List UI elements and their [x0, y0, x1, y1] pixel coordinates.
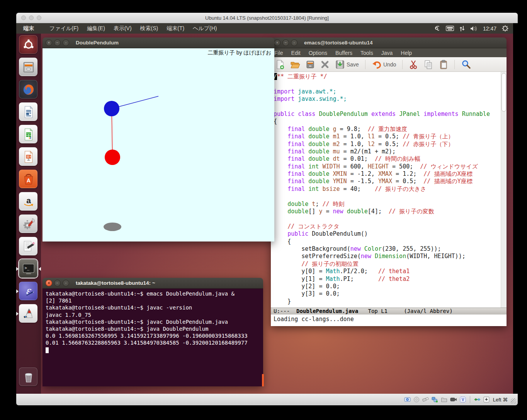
session-gear-icon[interactable] — [502, 25, 508, 32]
pendulum-titlebar[interactable]: × − ▫ DoublePendulum — [42, 37, 274, 48]
launcher-row: >_ — [16, 258, 41, 280]
vbox-statusbar: V Left ⌘ — [16, 394, 518, 405]
terminal-line: 0.01 1.5668763228865963 3.14158497038458… — [46, 339, 260, 346]
cd-icon[interactable] — [413, 396, 420, 403]
vbox-window-title: Ubuntu 14.04 LTS (snapshot20150317-1804)… — [16, 15, 518, 21]
code-line: final double YMIN = -1.5, YMAX = 0.5; //… — [274, 178, 499, 185]
keyboard-icon[interactable] — [446, 26, 454, 31]
vbox-badge-icon[interactable]: V — [460, 396, 466, 403]
emacs-titlebar[interactable]: × − ▫ emacs@tortoise8-ubuntu14 — [271, 37, 507, 48]
emacs-menu-options[interactable]: Options — [309, 50, 327, 56]
code-line: public class DoublePendulum extends JPan… — [274, 111, 499, 118]
terminal-body[interactable]: takataka@tortoise8-ubuntu14:~$ emacs Dou… — [42, 289, 263, 386]
launcher-item-writer[interactable] — [19, 102, 37, 121]
host-key-label: Left ⌘ — [493, 397, 508, 403]
keyboard-capture-icon[interactable] — [483, 396, 490, 403]
mouse-integration-icon[interactable] — [474, 396, 481, 403]
search-icon — [461, 60, 471, 70]
launcher-item-dash[interactable] — [19, 35, 37, 54]
code-line: y[1] = Math.PI; // theta2 — [274, 275, 499, 283]
input-method-icon[interactable] — [434, 25, 440, 32]
network-icon[interactable] — [432, 396, 438, 403]
focused-pip — [39, 267, 41, 271]
minimize-icon[interactable]: − — [54, 280, 61, 286]
code-line — [274, 215, 499, 223]
terminal-overlay-scrollbar[interactable] — [262, 374, 264, 386]
undo-icon — [372, 60, 382, 69]
cut-button[interactable] — [408, 59, 419, 70]
emacs-menu-buffers[interactable]: Buffers — [335, 50, 352, 56]
emacs-menu-file[interactable]: File — [274, 50, 283, 56]
launcher-item-gedit[interactable] — [19, 237, 37, 255]
modeline-text: (Java/l Abbrev) — [404, 308, 452, 314]
launcher-item-trash[interactable] — [19, 367, 37, 386]
search-button[interactable] — [460, 59, 472, 70]
emacs-scrollbar[interactable] — [501, 72, 507, 308]
global-menu-item[interactable]: ヘルプ(H) — [193, 25, 217, 32]
new-file-button[interactable] — [275, 59, 286, 70]
save-button[interactable]: Save — [334, 59, 360, 70]
emacs-menu-help[interactable]: Help — [401, 50, 412, 56]
emacs-echo-area: Loading cc-langs...done — [271, 315, 507, 326]
launcher-item-software[interactable]: A — [19, 170, 37, 188]
emacs-menu-java[interactable]: Java — [381, 50, 393, 56]
global-menu-item[interactable]: ファイル(F) — [49, 25, 78, 32]
launcher-row — [16, 303, 41, 325]
undo-button[interactable]: Undo — [371, 59, 397, 70]
emacs-scrollbar-thumb[interactable] — [502, 73, 506, 112]
launcher-item-emacs[interactable]: ε — [19, 282, 37, 300]
paste-button[interactable] — [438, 59, 449, 70]
terminal-titlebar[interactable]: × − ▫ takataka@tortoise8-ubuntu14: ~ — [42, 278, 263, 289]
usb-icon[interactable] — [422, 396, 429, 403]
settings-icon — [21, 217, 36, 231]
launcher-item-impress[interactable] — [19, 147, 37, 166]
video-icon[interactable] — [450, 396, 457, 403]
close-icon[interactable]: × — [274, 39, 280, 46]
vbox-window-titlebar[interactable]: Ubuntu 14.04 LTS (snapshot20150317-1804)… — [16, 13, 518, 23]
global-menus: ファイル(F)編集(E)表示(V)検索(S)端末(T)ヘルプ(H) — [49, 25, 217, 32]
running-pip — [16, 267, 19, 271]
launcher-item-firefox[interactable] — [19, 80, 37, 99]
close-buffer-button[interactable] — [320, 59, 330, 70]
launcher-item-java[interactable] — [19, 304, 37, 323]
emacs-text-area[interactable]: /** 二重振り子 */ import java.awt.*;import ja… — [271, 72, 507, 308]
copy-button[interactable] — [423, 59, 434, 70]
global-menu-item[interactable]: 検索(S) — [140, 25, 158, 32]
global-menu-item[interactable]: 編集(E) — [87, 25, 105, 32]
maximize-icon[interactable]: ▫ — [63, 39, 69, 46]
launcher-item-amazon[interactable]: a — [19, 192, 37, 211]
launcher-item-terminal[interactable]: >_ — [19, 259, 37, 278]
close-icon[interactable]: × — [46, 39, 52, 46]
dired-button[interactable] — [305, 59, 316, 70]
network-arrows-icon[interactable] — [459, 26, 465, 32]
code-line: setPreferredSize(new Dimension(WIDTH, HE… — [274, 253, 499, 260]
launcher-item-files[interactable] — [19, 58, 37, 76]
minimize-icon[interactable]: − — [282, 39, 289, 46]
resize-grip[interactable] — [511, 398, 516, 404]
menubar-app-name[interactable]: 端末 — [23, 25, 34, 32]
launcher-item-settings[interactable] — [19, 214, 37, 233]
folder-icon[interactable] — [441, 396, 447, 403]
global-menu-item[interactable]: 表示(V) — [114, 25, 132, 32]
hdd-icon[interactable] — [404, 396, 411, 403]
paste-icon — [439, 60, 448, 70]
modeline-text: U:--- — [274, 308, 296, 314]
close-icon[interactable]: × — [46, 280, 52, 286]
maximize-icon[interactable]: ▫ — [63, 280, 69, 286]
volume-icon[interactable] — [470, 26, 478, 32]
terminal-cursor — [46, 347, 49, 353]
host-desktop: Ubuntu 14.04 LTS (snapshot20150317-1804)… — [0, 0, 527, 420]
global-menu-item[interactable]: 端末(T) — [167, 25, 184, 32]
launcher: Aa>_ε — [16, 34, 41, 394]
emacs-menu-edit[interactable]: Edit — [291, 50, 301, 56]
maximize-icon[interactable]: ▫ — [291, 39, 298, 46]
emacs-toolbar: SaveUndo — [271, 57, 507, 72]
emacs-menu-tools[interactable]: Tools — [360, 50, 373, 56]
launcher-row — [16, 56, 41, 78]
open-file-button[interactable] — [289, 59, 301, 70]
launcher-item-calc[interactable] — [19, 125, 37, 143]
minimize-icon[interactable]: − — [54, 39, 61, 46]
clock[interactable]: 12:47 — [483, 26, 496, 32]
terminal-line: takataka@tortoise8-ubuntu14:~$ emacs Dou… — [46, 290, 260, 297]
emacs-window: × − ▫ emacs@tortoise8-ubuntu14 FileEditO… — [271, 37, 507, 326]
